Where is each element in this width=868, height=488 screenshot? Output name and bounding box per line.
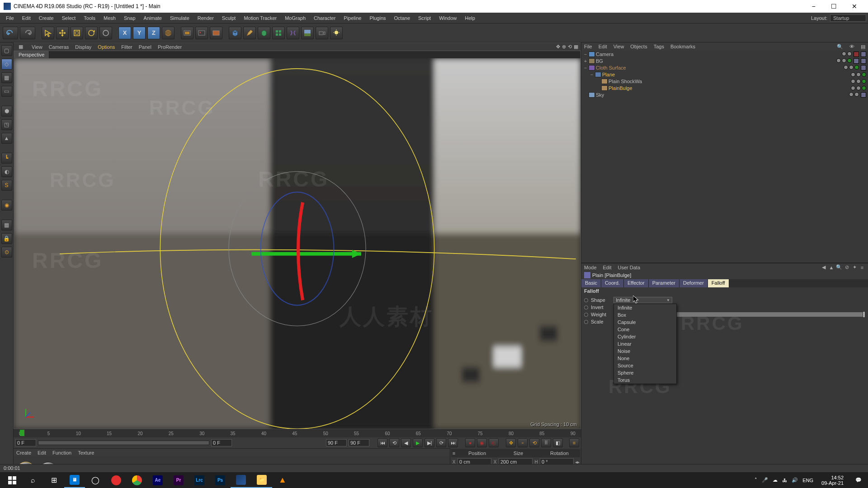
frame-current-input[interactable]	[211, 439, 232, 446]
shape-option-sphere[interactable]: Sphere	[614, 369, 676, 376]
menu-script[interactable]: Script	[414, 14, 435, 22]
vp-view[interactable]: View	[32, 44, 42, 50]
om-search-icon[interactable]: 🔍	[837, 44, 843, 50]
tree-item-bg[interactable]: BG	[596, 58, 836, 64]
taskview-button[interactable]: ⊞	[43, 472, 64, 488]
goto-end[interactable]: ⏭	[448, 438, 458, 447]
shape-option-cylinder[interactable]: Cylinder	[614, 333, 676, 340]
redo-button[interactable]	[20, 27, 35, 39]
key-pos[interactable]: ✥	[506, 438, 516, 447]
menu-simulate[interactable]: Simulate	[166, 14, 193, 22]
make-editable[interactable]: ▢	[1, 45, 12, 56]
vp-filter[interactable]: Filter	[121, 44, 132, 50]
axis-y-toggle[interactable]: Y	[133, 27, 146, 39]
layout-dropdown[interactable]: Startup	[830, 14, 866, 22]
keyframe-sel[interactable]: ◎	[489, 438, 499, 447]
mat-function[interactable]: Function	[52, 450, 71, 455]
object-tree[interactable]: −Camera +BG −Cloth Surface −Plane Plain …	[581, 51, 868, 263]
menu-mograph[interactable]: MoGraph	[281, 14, 310, 22]
tag-icon[interactable]	[861, 58, 866, 64]
tab-parameter[interactable]: Parameter	[649, 279, 679, 287]
menu-mesh[interactable]: Mesh	[99, 14, 120, 22]
mat-edit[interactable]: Edit	[38, 450, 46, 455]
tab-falloff[interactable]: Falloff	[708, 279, 729, 287]
attr-search-icon[interactable]: 🔍	[836, 264, 842, 271]
menu-tools[interactable]: Tools	[80, 14, 99, 22]
add-cube[interactable]	[229, 27, 241, 39]
point-mode[interactable]: ⬢	[1, 106, 12, 117]
add-nurbs[interactable]	[258, 27, 270, 39]
task-cortana[interactable]: ◯	[85, 472, 106, 488]
move-tool[interactable]	[56, 27, 69, 39]
close-button[interactable]: ✕	[844, 0, 864, 13]
om-edit[interactable]: Edit	[599, 44, 607, 49]
menu-select[interactable]: Select	[58, 14, 80, 22]
workplane-mode[interactable]: ▭	[1, 86, 12, 97]
render-view[interactable]	[181, 27, 193, 39]
menu-file[interactable]: File	[2, 14, 18, 22]
add-pen[interactable]	[243, 27, 256, 39]
shape-option-noise[interactable]: Noise	[614, 347, 676, 355]
menu-edit[interactable]: Edit	[18, 14, 35, 22]
om-eye-icon[interactable]: 👁	[849, 44, 854, 49]
vp-nav-move-icon[interactable]: ✥	[556, 44, 560, 50]
axis-z-toggle[interactable]: Z	[147, 27, 160, 39]
coord-lock-icon[interactable]: ≡	[451, 450, 457, 456]
attr-menu-icon[interactable]: ≡	[859, 264, 865, 271]
tag-icon[interactable]	[861, 52, 866, 57]
menu-character[interactable]: Character	[310, 14, 340, 22]
prev-frame[interactable]: ◀	[401, 438, 411, 447]
key-scale[interactable]: ▫	[518, 438, 528, 447]
tray-onedrive-icon[interactable]: ☁	[773, 477, 778, 483]
edge-mode[interactable]: ◳	[1, 119, 12, 130]
minimize-button[interactable]: −	[803, 0, 824, 13]
vp-prorender[interactable]: ProRender	[158, 44, 182, 50]
playhead[interactable]	[20, 430, 24, 436]
goto-start[interactable]: ⏮	[377, 438, 387, 447]
vp-display[interactable]: Display	[75, 44, 91, 50]
menu-help[interactable]: Help	[461, 14, 479, 22]
attr-anim-dot[interactable]	[584, 305, 588, 310]
menu-octane[interactable]: Octane	[390, 14, 414, 22]
add-generator[interactable]	[272, 27, 285, 39]
attr-nav-up-icon[interactable]: ▲	[828, 264, 835, 271]
am-userdata[interactable]: User Data	[618, 265, 641, 270]
tree-item-camera[interactable]: Camera	[596, 52, 842, 57]
polygon-mode[interactable]: ▲	[1, 133, 12, 144]
tag-icon[interactable]	[861, 65, 866, 70]
tree-item-plainbulge[interactable]: PlainBulge	[609, 85, 851, 91]
add-camera[interactable]	[316, 27, 328, 39]
key-rot[interactable]: ⟲	[529, 438, 539, 447]
task-c4d[interactable]	[231, 472, 251, 488]
task-aftereffects[interactable]: Ae	[147, 472, 168, 488]
key-pla[interactable]: ◧	[553, 438, 563, 447]
attr-anim-dot[interactable]	[584, 313, 588, 317]
vp-nav-rotate-icon[interactable]: ⟲	[568, 44, 572, 50]
tree-item-clothsurface[interactable]: Cloth Surface	[596, 65, 844, 70]
tag-icon[interactable]	[854, 52, 859, 57]
texture-mode[interactable]: ▦	[1, 72, 12, 83]
shape-option-box[interactable]: Box	[614, 311, 676, 319]
select-tool[interactable]	[42, 27, 54, 39]
shape-option-torus[interactable]: Torus	[614, 376, 676, 384]
tab-basic[interactable]: Basic	[581, 279, 601, 287]
autokey[interactable]: ◉	[477, 438, 487, 447]
om-file[interactable]: File	[584, 44, 592, 49]
frame-end-input[interactable]	[326, 439, 347, 446]
range-slider[interactable]	[38, 441, 209, 445]
timeline-options[interactable]: ≡	[569, 438, 579, 447]
task-chrome[interactable]	[127, 472, 147, 488]
slider-handle[interactable]	[863, 311, 865, 318]
shape-option-source[interactable]: Source	[614, 362, 676, 369]
tray-mic-icon[interactable]: 🎤	[762, 477, 768, 483]
om-view[interactable]: View	[613, 44, 624, 49]
menu-create[interactable]: Create	[35, 14, 58, 22]
tab-coord[interactable]: Coord.	[601, 279, 624, 287]
vp-cameras[interactable]: Cameras	[49, 44, 69, 50]
prev-key[interactable]: ⟲	[389, 438, 399, 447]
shape-option-linear[interactable]: Linear	[614, 340, 676, 347]
menu-plugins[interactable]: Plugins	[365, 14, 390, 22]
start-button[interactable]	[2, 472, 23, 488]
next-frame[interactable]: ▶|	[425, 438, 434, 447]
tray-notifications-icon[interactable]: 💬	[852, 472, 865, 488]
